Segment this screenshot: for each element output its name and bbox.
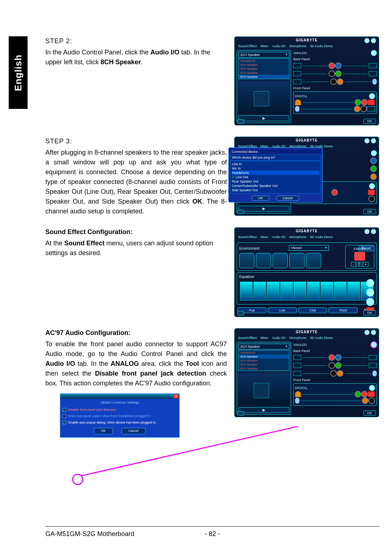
dev-side-out[interactable]: Side Speaker Out: [232, 188, 319, 192]
plug-green[interactable]: [370, 165, 377, 172]
gear-icon[interactable]: [371, 50, 377, 56]
minimize-icon[interactable]: [364, 330, 369, 335]
plug-spdif[interactable]: [361, 99, 368, 106]
gear-icon[interactable]: [371, 342, 377, 348]
tab-mixer[interactable]: Mixer: [260, 44, 268, 48]
close-icon[interactable]: ✕: [173, 394, 179, 398]
dialog-ok-button[interactable]: OK: [94, 428, 113, 434]
dev-center-sub-out[interactable]: Center/Subwoofer Speaker Out: [232, 184, 319, 188]
popup-ok-button[interactable]: OK: [252, 196, 269, 201]
tab-sound-effect[interactable]: Sound Effect: [238, 235, 257, 239]
opt-headphone[interactable]: Headphone: [239, 351, 289, 355]
opt-6ch[interactable]: 6CH Speaker: [239, 363, 289, 367]
plug-mic[interactable]: [354, 106, 360, 112]
preset-rock[interactable]: Rock: [328, 307, 358, 313]
play-button[interactable]: [238, 115, 289, 121]
key-down-button[interactable]: -: [351, 262, 356, 267]
eq-slider[interactable]: [294, 282, 306, 301]
gear-icon[interactable]: [369, 183, 375, 189]
play-button[interactable]: [238, 407, 289, 413]
tab-mixer[interactable]: Mixer: [260, 235, 268, 239]
checkbox-disable-jack-detect[interactable]: [62, 408, 66, 412]
help-icon[interactable]: [371, 229, 376, 234]
help-icon[interactable]: [371, 38, 376, 43]
tab-sound-effect[interactable]: Sound Effect: [238, 44, 257, 48]
info-button[interactable]: [237, 210, 244, 214]
plug-blue[interactable]: [370, 158, 377, 164]
plug-red[interactable]: [328, 62, 335, 69]
tab-sound-effect[interactable]: Sound Effect: [238, 336, 257, 340]
eq-slider[interactable]: [334, 282, 347, 301]
dev-mic-in[interactable]: Mic In: [232, 166, 319, 171]
dev-rear-out[interactable]: Rear Speaker Out: [232, 179, 319, 184]
eq-slider[interactable]: [253, 282, 266, 301]
karaoke-icon[interactable]: [354, 252, 365, 261]
minimize-icon[interactable]: [364, 38, 369, 43]
ok-button[interactable]: OK: [363, 310, 376, 315]
eq-reset-icon[interactable]: [366, 289, 374, 297]
environment-dropdown[interactable]: <None>: [289, 245, 329, 251]
plug-red[interactable]: [328, 354, 335, 361]
play-button[interactable]: [238, 206, 289, 212]
gear-icon[interactable]: [369, 385, 375, 391]
plug-orange[interactable]: [337, 78, 343, 85]
gear-icon[interactable]: [369, 93, 375, 99]
ok-button[interactable]: OK: [363, 119, 376, 124]
eq-slider[interactable]: [320, 282, 333, 301]
preset-live[interactable]: Live: [268, 307, 297, 313]
opt-2ch[interactable]: 2CH Speaker: [239, 355, 289, 359]
key-up-button[interactable]: +: [363, 262, 369, 267]
tab-mixer[interactable]: Mixer: [260, 336, 268, 340]
speaker-dropdown[interactable]: 2CH Speaker: [238, 344, 289, 349]
tab-3d-demo[interactable]: 3D Audio Demo: [310, 44, 333, 48]
eq-slider[interactable]: [307, 282, 320, 301]
opt-8ch[interactable]: 8CH Speaker: [239, 367, 289, 371]
plug-green[interactable]: [335, 362, 342, 369]
minimize-icon[interactable]: [364, 229, 369, 234]
tab-audio-io[interactable]: Audio I/O: [272, 235, 286, 239]
tab-microphone[interactable]: Microphone: [289, 44, 306, 48]
tab-3d-demo[interactable]: 3D Audio Demo: [310, 336, 333, 340]
info-button[interactable]: [237, 311, 244, 315]
speaker-dropdown[interactable]: 2CH Speaker: [238, 52, 289, 58]
opt-4ch[interactable]: 4CH Speaker: [239, 67, 289, 71]
plug-opt[interactable]: [368, 196, 375, 202]
env-preset-icon[interactable]: [289, 253, 305, 268]
plug-hp[interactable]: [355, 99, 361, 106]
env-preset-icon[interactable]: [256, 253, 271, 268]
plug-black[interactable]: [328, 362, 335, 369]
plug-spdif[interactable]: [361, 391, 368, 397]
dialog-cancel-button[interactable]: Cancel: [122, 428, 146, 434]
plug-black[interactable]: [328, 70, 335, 77]
opt-headphone[interactable]: Headphone: [239, 59, 289, 63]
plug-grey[interactable]: [330, 78, 337, 85]
ok-button[interactable]: OK: [363, 410, 376, 416]
checkbox-auto-popup[interactable]: [62, 421, 66, 424]
plug-mic[interactable]: [362, 397, 368, 404]
eq-power-icon[interactable]: [366, 298, 374, 306]
info-button[interactable]: [237, 119, 244, 124]
checkbox-mute-rear[interactable]: [62, 414, 66, 418]
help-icon[interactable]: [371, 330, 376, 335]
env-preset-icon[interactable]: [239, 253, 254, 268]
tab-3d-demo[interactable]: 3D Audio Demo: [310, 235, 333, 239]
info-button[interactable]: [237, 411, 244, 416]
ok-button[interactable]: OK: [363, 209, 376, 214]
opt-8ch[interactable]: 8CH Speaker: [239, 75, 289, 79]
plug-blue[interactable]: [335, 62, 342, 69]
eq-slider[interactable]: [267, 282, 279, 301]
plug-blue[interactable]: [335, 354, 342, 361]
minimize-icon[interactable]: [364, 138, 369, 143]
env-preset-icon[interactable]: [273, 253, 288, 268]
plug-spdif[interactable]: [331, 189, 338, 196]
dev-headphone[interactable]: Headphone: [232, 171, 319, 175]
gear-icon[interactable]: [371, 150, 377, 156]
plug-orange[interactable]: [337, 370, 343, 377]
opt-6ch[interactable]: 6CH Speaker: [239, 71, 289, 75]
help-icon[interactable]: [371, 138, 376, 143]
plug-green[interactable]: [335, 70, 342, 77]
opt-4ch[interactable]: 4CH Speaker: [239, 359, 289, 363]
eq-slider[interactable]: [240, 282, 253, 301]
plug-orange[interactable]: [370, 173, 377, 180]
plug-opt[interactable]: [360, 106, 367, 112]
